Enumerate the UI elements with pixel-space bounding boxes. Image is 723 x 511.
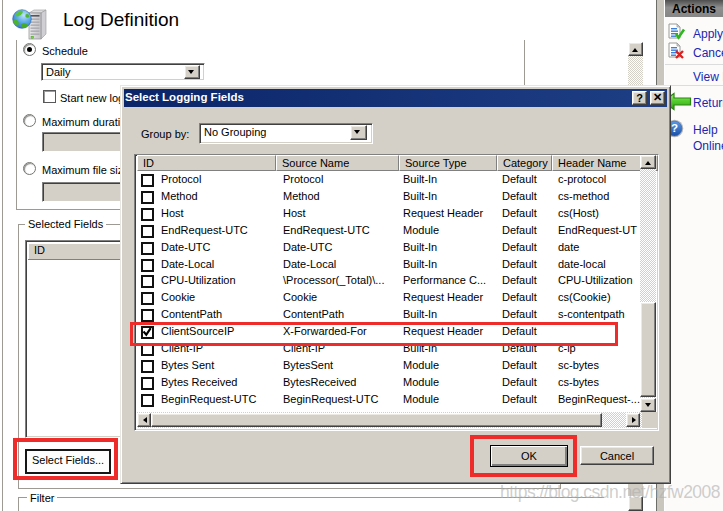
svg-text:?: ? (671, 122, 678, 134)
